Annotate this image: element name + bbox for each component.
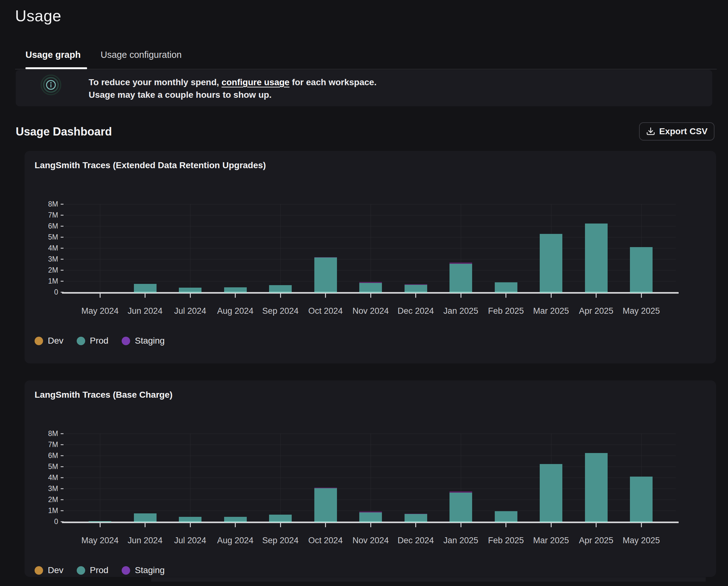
- x-axis-tick: [641, 294, 642, 298]
- plot-area: 01M2M3M4M5M6M7M8MMay 2024Jun 2024Jul 202…: [64, 434, 676, 521]
- info-icon: [40, 74, 61, 96]
- bar-segment-prod: [630, 247, 653, 292]
- bar-may-2024[interactable]: [89, 521, 111, 522]
- bar-segment-prod: [449, 493, 472, 521]
- y-axis-tick-label: 5M: [36, 233, 58, 241]
- y-axis-tick: [61, 510, 63, 511]
- y-axis-tick-label: 6M: [36, 452, 58, 460]
- legend-label: Staging: [135, 336, 165, 346]
- y-axis-tick-label: 3M: [36, 255, 58, 263]
- bar-apr-2025[interactable]: [585, 224, 607, 293]
- gridline: [64, 204, 676, 204]
- x-axis-tick: [415, 294, 416, 298]
- legend-label: Dev: [48, 565, 63, 575]
- gridline: [190, 434, 190, 521]
- bar-segment-prod: [314, 257, 337, 292]
- bar-segment-prod: [314, 488, 337, 521]
- bar-sep-2024[interactable]: [269, 285, 292, 293]
- bar-feb-2025[interactable]: [495, 282, 517, 293]
- export-csv-label: Export CSV: [659, 126, 707, 136]
- gridline: [64, 466, 676, 467]
- bar-sep-2024[interactable]: [269, 515, 292, 523]
- y-axis-tick: [61, 281, 63, 282]
- legend-label: Prod: [90, 336, 108, 346]
- y-axis-tick-label: 4M: [36, 474, 58, 482]
- bar-dec-2024[interactable]: [405, 284, 427, 293]
- bar-base-edge: [314, 292, 337, 293]
- legend-item-prod[interactable]: Prod: [77, 336, 108, 346]
- bar-mar-2025[interactable]: [540, 464, 562, 523]
- x-axis-tick: [190, 294, 191, 298]
- bar-feb-2025[interactable]: [495, 511, 517, 522]
- bar-base-edge: [314, 521, 337, 522]
- legend-item-staging[interactable]: Staging: [122, 565, 165, 575]
- y-axis-tick-label: 4M: [36, 244, 58, 252]
- tab-usage-graph[interactable]: Usage graph: [25, 50, 81, 60]
- gridline: [64, 226, 676, 226]
- legend-dot-dev: [34, 566, 43, 575]
- bar-segment-prod: [179, 288, 202, 292]
- bar-base-edge: [224, 521, 247, 522]
- bar-apr-2025[interactable]: [585, 453, 607, 523]
- bar-jul-2024[interactable]: [179, 288, 202, 293]
- y-axis-tick-label: 6M: [36, 222, 58, 230]
- y-axis-tick-label: 8M: [36, 429, 58, 438]
- bar-oct-2024[interactable]: [314, 488, 337, 522]
- x-axis-tick: [551, 523, 552, 527]
- bar-may-2025[interactable]: [630, 247, 653, 293]
- bar-segment-prod: [269, 285, 292, 292]
- bar-jun-2024[interactable]: [134, 513, 157, 522]
- bar-jan-2025[interactable]: [449, 262, 472, 293]
- x-axis-tick: [145, 294, 146, 298]
- legend-item-prod[interactable]: Prod: [77, 565, 108, 575]
- bar-mar-2025[interactable]: [540, 234, 562, 293]
- bar-segment-prod: [179, 517, 202, 521]
- tab-usage-configuration[interactable]: Usage configuration: [101, 50, 182, 60]
- bar-jan-2025[interactable]: [449, 491, 472, 522]
- bar-jul-2024[interactable]: [179, 517, 202, 522]
- bar-dec-2024[interactable]: [405, 514, 427, 522]
- bar-segment-prod: [540, 464, 562, 521]
- configure-usage-link[interactable]: configure usage: [222, 77, 289, 87]
- bar-base-edge: [269, 521, 292, 522]
- bar-jun-2024[interactable]: [134, 284, 157, 293]
- bar-base-edge: [540, 292, 562, 293]
- bar-aug-2024[interactable]: [224, 287, 247, 293]
- y-axis-tick-label: 2M: [36, 266, 58, 275]
- bar-oct-2024[interactable]: [314, 257, 337, 293]
- y-axis-tick: [61, 466, 63, 467]
- gridline: [280, 204, 281, 292]
- x-axis-tick: [596, 294, 597, 298]
- bar-may-2025[interactable]: [630, 477, 653, 522]
- bar-nov-2024[interactable]: [359, 282, 382, 293]
- bar-segment-prod: [224, 517, 247, 521]
- bar-segment-prod: [405, 285, 427, 292]
- x-axis-tick: [280, 523, 281, 527]
- bar-nov-2024[interactable]: [359, 511, 382, 522]
- legend-label: Prod: [90, 565, 108, 575]
- x-axis-tick: [100, 294, 101, 298]
- export-csv-button[interactable]: Export CSV: [639, 122, 714, 141]
- legend-item-staging[interactable]: Staging: [122, 336, 165, 346]
- bar-base-edge: [134, 521, 157, 522]
- gridline: [64, 456, 676, 456]
- x-axis-tick: [461, 294, 462, 298]
- x-axis-tick: [280, 294, 281, 298]
- y-axis-tick-label: 0: [36, 517, 58, 526]
- x-axis-tick: [505, 523, 506, 527]
- chart-legend: DevProdStaging: [34, 565, 165, 575]
- legend-item-dev[interactable]: Dev: [34, 565, 63, 575]
- bar-aug-2024[interactable]: [224, 517, 247, 523]
- bar-base-edge: [134, 292, 157, 293]
- legend-item-dev[interactable]: Dev: [34, 336, 63, 346]
- gridline: [64, 215, 676, 215]
- banner-line2: Usage may take a couple hours to show up…: [89, 88, 376, 101]
- x-axis-tick: [461, 523, 462, 527]
- gridline: [64, 237, 676, 237]
- legend-dot-staging: [122, 566, 130, 575]
- x-axis-tick: [641, 523, 642, 527]
- bar-segment-prod: [359, 283, 382, 292]
- y-axis-tick: [61, 259, 63, 260]
- x-axis-tick: [325, 523, 326, 527]
- gridline: [100, 204, 100, 292]
